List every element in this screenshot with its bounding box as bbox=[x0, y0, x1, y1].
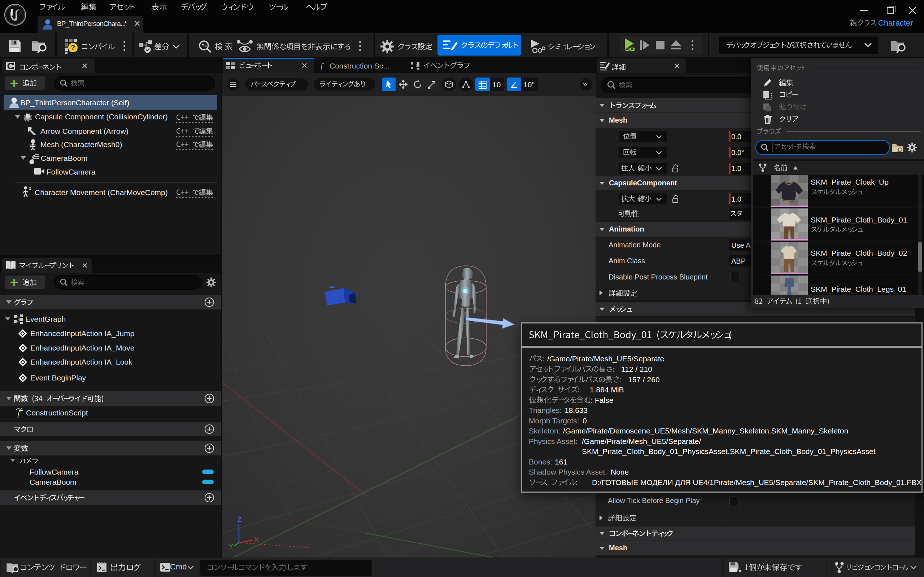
svg-text:Y: Y bbox=[229, 542, 234, 550]
svg-text:Z: Z bbox=[237, 516, 242, 523]
svg-text:X: X bbox=[254, 536, 259, 543]
svg-text:?: ? bbox=[71, 44, 75, 52]
